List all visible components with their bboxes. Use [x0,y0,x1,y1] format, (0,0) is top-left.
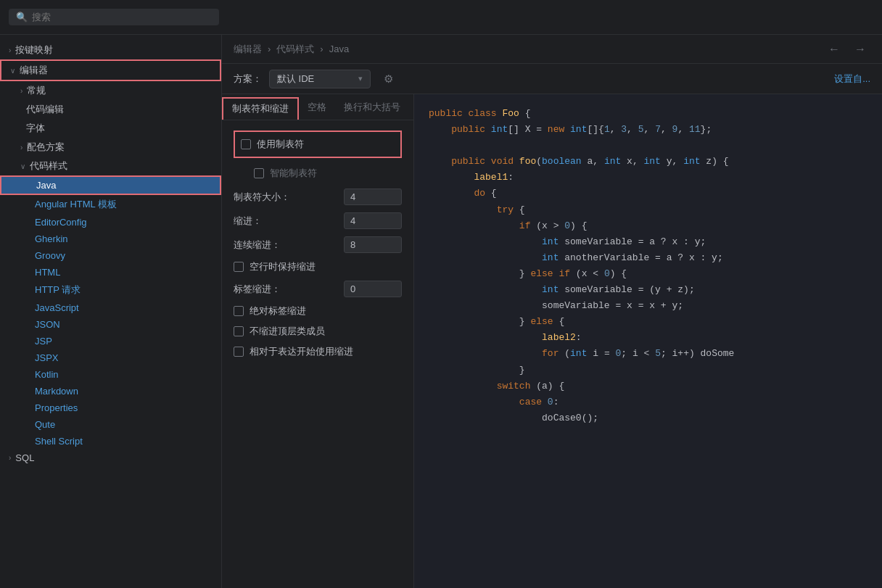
absolute-label-checkbox[interactable] [234,306,244,316]
tab-size-input[interactable] [344,189,402,205]
sidebar-item-code-style[interactable]: ∨ 代码样式 [0,157,221,175]
settings-link[interactable]: 设置自... [834,73,870,86]
nav-back-button[interactable]: ← [824,41,844,57]
keep-indent-checkbox[interactable] [234,262,244,272]
code-line-2: public int[] X = new int[]{1, 3, 5, 7, 9… [429,122,867,138]
chevron-down-icon: ▾ [358,74,363,83]
sidebar-item-http[interactable]: HTTP 请求 [0,281,221,299]
relative-expr-checkbox[interactable] [234,347,244,357]
code-line-17: } [429,363,867,378]
sidebar-item-gherkin[interactable]: Gherkin [0,231,221,247]
sidebar-item-editorconfig[interactable]: EditorConfig [0,214,221,231]
sidebar-item-label: 常规 [27,84,46,97]
scheme-dropdown-value: 默认 IDE [277,73,353,86]
search-box[interactable]: 🔍 [9,9,219,25]
sidebar-item-properties[interactable]: Properties [0,399,221,416]
chevron-right-icon: › [20,87,22,95]
settings-content: 使用制表符 智能制表符 制表符大小： 缩进： [222,120,413,376]
code-line-8: if (x > 0) { [429,218,867,234]
sidebar-item-markdown[interactable]: Markdown [0,383,221,399]
sidebar-item-color-scheme[interactable]: › 配色方案 [0,138,221,157]
scheme-dropdown[interactable]: 默认 IDE ▾ [269,70,371,88]
gear-icon[interactable]: ⚙ [384,73,393,86]
sidebar-item-general[interactable]: › 常规 [0,81,221,100]
sidebar-item-angular-html[interactable]: Angular HTML 模板 [0,195,221,214]
sidebar-item-groovy[interactable]: Groovy [0,247,221,264]
code-line-7: try { [429,202,867,218]
breadcrumb-sep-1: › [268,44,271,54]
code-line-20: doCase0(); [429,410,867,426]
use-tab-row: 使用制表符 [234,131,402,158]
smart-tab-checkbox[interactable] [254,168,264,178]
search-icon: 🔍 [16,12,28,22]
keep-indent-label: 空行时保持缩进 [250,260,316,273]
code-line-15: label2: [429,330,867,346]
sidebar-item-json[interactable]: JSON [0,316,221,333]
code-line-19: case 0: [429,394,867,410]
code-line-3 [429,138,867,154]
cont-indent-row: 连续缩进： [234,236,402,253]
sidebar-item-label: 编辑器 [20,64,48,77]
sidebar-item-label: 代码样式 [30,160,67,173]
sidebar-item-label: 配色方案 [27,141,65,154]
use-tab-checkbox[interactable] [241,139,251,149]
top-bar: 🔍 [0,0,882,35]
breadcrumb-java: Java [329,44,349,54]
absolute-label-row: 绝对标签缩进 [234,305,402,318]
sidebar-item-jspx[interactable]: JSPX [0,349,221,366]
label-indent-label: 标签缩进： [234,283,335,296]
indent-label: 缩进： [234,215,335,228]
sidebar-item-shell[interactable]: Shell Script [0,433,221,450]
sidebar-item-editor[interactable]: ∨ 编辑器 [0,59,221,81]
no-indent-top-row: 不缩进顶层类成员 [234,325,402,338]
sidebar-item-java[interactable]: Java [0,175,221,195]
tab-tab-indent[interactable]: 制表符和缩进 [222,97,299,120]
sidebar-item-font[interactable]: 字体 [0,119,221,138]
scheme-label: 方案： [234,73,262,86]
tabs-strip: 制表符和缩进 空格 换行和大括号 空行 JavaDoc Import 排列 代码… [222,94,413,120]
no-indent-top-checkbox[interactable] [234,326,244,336]
sidebar-item-code-edit[interactable]: 代码编辑 [0,100,221,119]
sidebar-item-kotlin[interactable]: Kotlin [0,366,221,383]
smart-tab-label: 智能制表符 [270,167,317,180]
sidebar-item-qute[interactable]: Qute [0,416,221,433]
tab-size-row: 制表符大小： [234,189,402,205]
code-line-18: switch (a) { [429,378,867,394]
search-input[interactable] [32,12,212,22]
breadcrumb-nav: ← → [824,41,870,57]
code-preview: public class Foo { public int[] X = new … [414,94,882,588]
sidebar-item-label: SQL [15,452,34,463]
smart-tab-row: 智能制表符 [234,164,402,183]
code-line-1: public class Foo { [429,106,867,122]
sidebar: › 按键映射 ∨ 编辑器 › 常规 代码编辑 字体 › 配色方案 ∨ 代码样式 … [0,35,222,588]
tab-wrap[interactable]: 换行和大括号 [335,97,409,120]
sidebar-item-label: 按键映射 [15,44,53,57]
sidebar-item-sql[interactable]: › SQL [0,450,221,466]
cont-indent-input[interactable] [344,236,402,253]
code-line-12: int someVariable = (y + z); [429,282,867,298]
relative-expr-row: 相对于表达开始使用缩进 [234,345,402,358]
tab-blank-line[interactable]: 空行 [409,97,413,120]
code-line-10: int anotherVariable = a ? x : y; [429,250,867,266]
code-line-4: public void foo(boolean a, int x, int y,… [429,154,867,170]
keep-indent-row: 空行时保持缩进 [234,260,402,273]
main-layout: › 按键映射 ∨ 编辑器 › 常规 代码编辑 字体 › 配色方案 ∨ 代码样式 … [0,35,882,588]
absolute-label-text: 绝对标签缩进 [250,305,306,318]
sidebar-item-html[interactable]: HTML [0,264,221,281]
chevron-down-icon: ∨ [20,162,25,170]
sidebar-item-javascript[interactable]: JavaScript [0,299,221,316]
breadcrumb-code-style: 代码样式 [276,43,314,56]
sidebar-item-keyboard-map[interactable]: › 按键映射 [0,41,221,59]
chevron-right-icon: › [9,46,11,54]
tab-space[interactable]: 空格 [299,97,335,120]
label-indent-input[interactable] [344,281,402,297]
code-line-5: label1: [429,170,867,186]
indent-input[interactable] [344,212,402,229]
code-line-16: for (int i = 0; i < 5; i++) doSome [429,346,867,362]
no-indent-top-label: 不缩进顶层类成员 [250,325,325,338]
nav-forward-button[interactable]: → [850,41,870,57]
use-tab-label: 使用制表符 [257,138,304,151]
relative-expr-label: 相对于表达开始使用缩进 [250,345,353,358]
sidebar-item-jsp[interactable]: JSP [0,333,221,349]
tab-size-label: 制表符大小： [234,191,335,204]
